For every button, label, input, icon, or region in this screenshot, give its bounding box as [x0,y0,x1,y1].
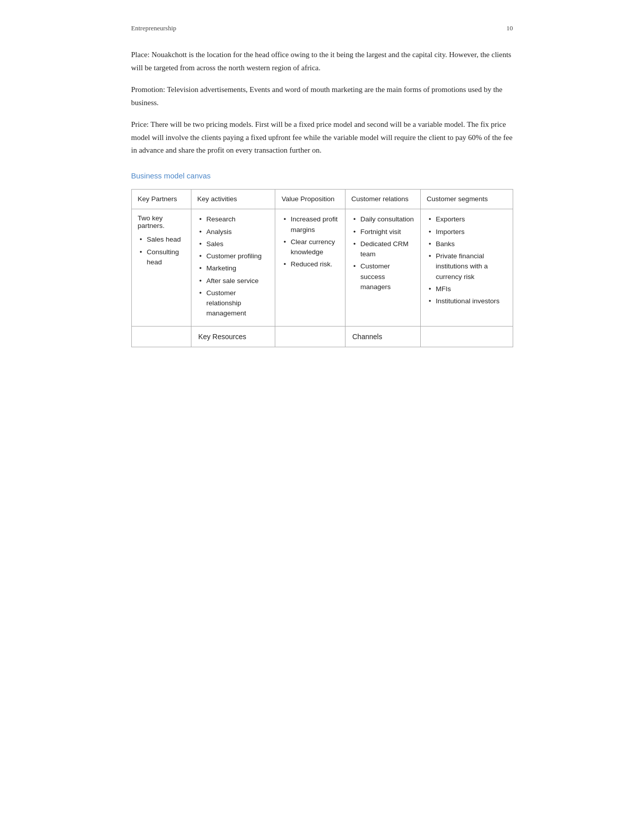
header-customer-relations: Customer relations [345,189,420,209]
list-item: Sales head [138,235,185,245]
header-key-activities: Key activities [191,189,275,209]
list-item: Consulting head [138,247,185,268]
list-item: Research [197,214,269,224]
table-content-row: Two key partners. Sales head Consulting … [131,209,513,326]
subject-label: Entrepreneurship [131,24,177,32]
list-item: Customer profiling [197,251,269,261]
list-item: Clear currency knowledge [281,237,338,258]
key-partners-intro: Two key partners. [138,214,185,229]
key-partners-list: Sales head Consulting head [138,235,185,267]
list-item: Daily consultation [352,214,414,224]
list-item: Customer success managers [352,261,414,292]
header-customer-segments: Customer segments [420,189,513,209]
list-item: Reduced risk. [281,259,338,269]
customer-relations-list: Daily consultation Fortnight visit Dedic… [352,214,414,292]
section-heading: Business model canvas [131,171,513,180]
cell-key-activities: Research Analysis Sales Customer profili… [191,209,275,326]
list-item: Analysis [197,227,269,237]
list-item: Institutional investors [427,296,507,306]
cell-customer-relations: Daily consultation Fortnight visit Dedic… [345,209,420,326]
list-item: MFIs [427,284,507,294]
list-item: Customer relationship management [197,288,269,319]
table-header-row: Key Partners Key activities Value Propos… [131,189,513,209]
list-item: Increased profit margins [281,214,338,235]
business-model-canvas-table: Key Partners Key activities Value Propos… [131,189,513,347]
price-paragraph: Price: There will be two pricing models.… [131,118,513,157]
cell-key-partners: Two key partners. Sales head Consulting … [131,209,191,326]
list-item: Fortnight visit [352,227,414,237]
cell-channels: Channels [345,326,420,347]
list-item: Importers [427,227,507,237]
place-paragraph: Place: Nouakchott is the location for th… [131,49,513,74]
list-item: After sale service [197,276,269,286]
header-value-proposition: Value Proposition [275,189,345,209]
key-activities-list: Research Analysis Sales Customer profili… [197,214,269,318]
cell-empty-bottom-right [420,326,513,347]
list-item: Sales [197,239,269,249]
list-item: Exporters [427,214,507,224]
customer-segments-list: Exporters Importers Banks Private financ… [427,214,507,306]
list-item: Marketing [197,263,269,273]
list-item: Banks [427,239,507,249]
cell-empty-bottom-left [131,326,191,347]
value-proposition-list: Increased profit margins Clear currency … [281,214,338,269]
table-bottom-row: Key Resources Channels [131,326,513,347]
cell-empty-bottom-center [275,326,345,347]
cell-customer-segments: Exporters Importers Banks Private financ… [420,209,513,326]
list-item: Dedicated CRM team [352,239,414,260]
header-key-partners: Key Partners [131,189,191,209]
cell-key-resources: Key Resources [191,326,275,347]
cell-value-proposition: Increased profit margins Clear currency … [275,209,345,326]
page-number: 10 [507,24,513,32]
promotion-paragraph: Promotion: Television advertisements, Ev… [131,83,513,109]
page-header: Entrepreneurship 10 [131,24,513,32]
list-item: Private financial institutions with a cu… [427,251,507,282]
